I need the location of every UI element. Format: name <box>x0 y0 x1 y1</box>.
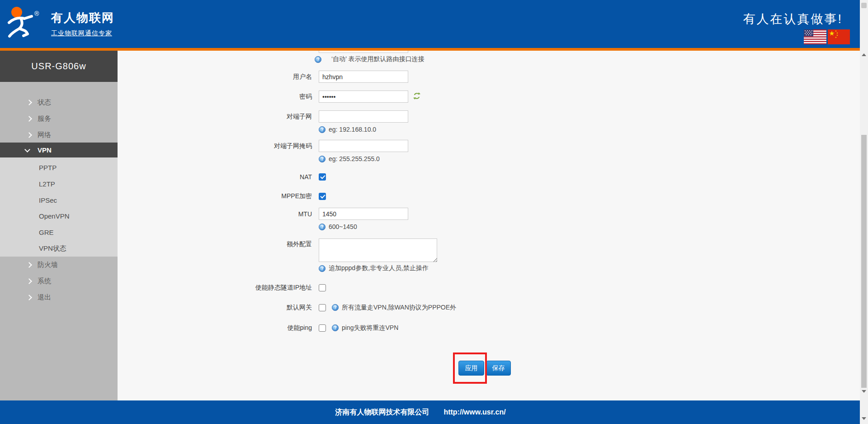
mtu-input[interactable] <box>319 208 408 220</box>
question-icon: ? <box>319 156 326 162</box>
usr-logo: ® <box>5 4 46 39</box>
sidebar-item-vpn[interactable]: VPN <box>0 143 118 157</box>
hint-text: eg: 192.168.10.0 <box>329 126 376 133</box>
brand-title: 有人物联网 <box>51 10 114 26</box>
sidebar-item-gre[interactable]: GRE <box>0 224 118 240</box>
username-row: 用户名 <box>118 71 408 83</box>
question-icon: ? <box>319 126 326 133</box>
static-tunnel-ip-row: 使能静态隧道IP地址 <box>118 284 326 291</box>
scroll-down-arrow-icon[interactable] <box>862 417 866 420</box>
hint-text: 所有流量走VPN,除WAN协议为PPPOE外 <box>342 304 456 312</box>
sidebar-item-logout[interactable]: 退出 <box>0 289 118 305</box>
extra-config-label: 额外配置 <box>118 238 319 248</box>
brand-subtitle: 工业物联网通信专家 <box>51 29 114 38</box>
question-icon: ? <box>332 304 339 311</box>
footer-url-link[interactable]: http://www.usr.cn/ <box>443 408 505 416</box>
sidebar-item-l2tp[interactable]: L2TP <box>0 176 118 192</box>
question-icon: ? <box>332 324 339 331</box>
sidebar-item-ipsec[interactable]: IPSec <box>0 192 118 208</box>
extra-config-textarea[interactable] <box>319 238 437 262</box>
apply-button[interactable]: 应用 <box>458 361 484 376</box>
mppe-label: MPPE加密 <box>118 192 319 200</box>
default-gateway-row: 默认网关 ? 所有流量走VPN,除WAN协议为PPPOE外 <box>118 304 456 311</box>
question-icon: ? <box>319 224 326 230</box>
save-button[interactable]: 保存 <box>486 361 511 376</box>
scrollbar-top-button[interactable] <box>861 3 867 8</box>
chevron-right-icon <box>26 295 32 300</box>
sidebar-item-system[interactable]: 系统 <box>0 273 118 289</box>
header-slogan: 有人在认真做事! <box>743 11 843 27</box>
peer-netmask-hint: ? eg: 255.255.255.0 <box>319 155 380 162</box>
sidebar-nav: USR-G806w 状态 服务 网络 VPN PPTP L2TP IPSec O… <box>0 51 118 400</box>
auto-interface-hint: ? ‘自动’ 表示使用默认路由接口连接 <box>315 55 425 63</box>
default-gateway-label: 默认网关 <box>118 304 319 312</box>
peer-subnet-input[interactable] <box>319 110 408 123</box>
mtu-hint: ? 600~1450 <box>319 223 357 230</box>
mppe-row: MPPE加密 <box>118 192 326 200</box>
chevron-right-icon <box>26 278 32 284</box>
mppe-checkbox[interactable] <box>319 193 326 200</box>
peer-netmask-label: 对端子网掩码 <box>118 142 319 150</box>
vpn-settings-form: ? ‘自动’ 表示使用默认路由接口连接 用户名 密码 对端子网 ? eg: 19… <box>118 51 860 400</box>
chevron-right-icon <box>26 116 32 122</box>
nat-checkbox[interactable] <box>319 173 326 181</box>
static-tunnel-ip-checkbox[interactable] <box>319 284 326 291</box>
scroll-up-arrow-icon[interactable] <box>862 53 866 56</box>
sidebar-item-vpn-status[interactable]: VPN状态 <box>0 240 118 257</box>
mtu-row: MTU <box>118 208 408 220</box>
page-footer: 济南有人物联网技术有限公司 http://www.usr.cn/ <box>0 400 868 424</box>
peer-subnet-hint: ? eg: 192.168.10.0 <box>319 126 376 133</box>
cn-flag-icon[interactable] <box>828 29 850 44</box>
logo-person-icon <box>5 4 46 39</box>
hint-text: 600~1450 <box>329 223 357 230</box>
extra-config-hint: ? 追加pppd参数,非专业人员,禁止操作 <box>319 264 429 272</box>
nat-row: NAT <box>118 173 326 181</box>
peer-netmask-input[interactable] <box>319 140 408 152</box>
us-flag-icon[interactable] <box>804 29 826 44</box>
top-header: ® 有人物联网 工业物联网通信专家 有人在认真做事! <box>0 0 868 48</box>
question-icon: ? <box>315 56 321 63</box>
scroll-down-arrow-icon[interactable] <box>862 390 866 393</box>
hint-text: ping失败将重连VPN <box>342 324 398 332</box>
peer-subnet-row: 对端子网 <box>118 110 408 123</box>
chevron-right-icon <box>26 100 32 105</box>
password-row: 密码 <box>118 91 421 103</box>
scrollbar-thumb[interactable] <box>861 135 867 388</box>
hint-text: ‘自动’ 表示使用默认路由接口连接 <box>331 55 425 63</box>
default-gateway-checkbox[interactable] <box>319 304 326 311</box>
username-label: 用户名 <box>118 73 319 81</box>
sidebar-item-openvpn[interactable]: OpenVPN <box>0 208 118 224</box>
peer-netmask-row: 对端子网掩码 <box>118 140 408 152</box>
username-input[interactable] <box>319 71 408 83</box>
interface-input-clipped[interactable] <box>319 51 408 53</box>
static-tunnel-ip-label: 使能静态隧道IP地址 <box>118 284 319 292</box>
sidebar-item-pptp[interactable]: PPTP <box>0 159 118 176</box>
chevron-down-icon <box>24 147 30 152</box>
enable-ping-hint: ? ping失败将重连VPN <box>332 324 398 332</box>
password-input[interactable] <box>319 91 408 103</box>
sidebar-item-services[interactable]: 服务 <box>0 110 118 127</box>
sidebar-item-firewall[interactable]: 防火墙 <box>0 257 118 273</box>
vertical-scrollbar[interactable] <box>860 0 868 424</box>
question-icon: ? <box>319 265 326 272</box>
extra-config-row: 额外配置 <box>118 238 437 262</box>
device-name: USR-G806w <box>0 51 118 82</box>
enable-ping-row: 使能ping ? ping失败将重连VPN <box>118 324 398 332</box>
hint-text: 追加pppd参数,非专业人员,禁止操作 <box>329 264 429 272</box>
password-label: 密码 <box>118 93 319 101</box>
peer-subnet-label: 对端子网 <box>118 113 319 121</box>
footer-company: 济南有人物联网技术有限公司 <box>335 408 429 417</box>
registered-mark: ® <box>34 10 39 17</box>
sidebar-item-status[interactable]: 状态 <box>0 94 118 110</box>
chevron-right-icon <box>26 262 32 268</box>
nat-label: NAT <box>118 173 319 181</box>
hint-text: eg: 255.255.255.0 <box>329 155 380 162</box>
mtu-label: MTU <box>118 210 319 218</box>
enable-ping-checkbox[interactable] <box>319 324 326 332</box>
chevron-right-icon <box>26 132 32 138</box>
default-gateway-hint: ? 所有流量走VPN,除WAN协议为PPPOE外 <box>332 304 456 312</box>
sidebar-item-network[interactable]: 网络 <box>0 127 118 143</box>
show-password-refresh-icon[interactable] <box>413 92 421 102</box>
enable-ping-label: 使能ping <box>118 324 319 332</box>
brand-block: 有人物联网 工业物联网通信专家 <box>51 10 114 38</box>
